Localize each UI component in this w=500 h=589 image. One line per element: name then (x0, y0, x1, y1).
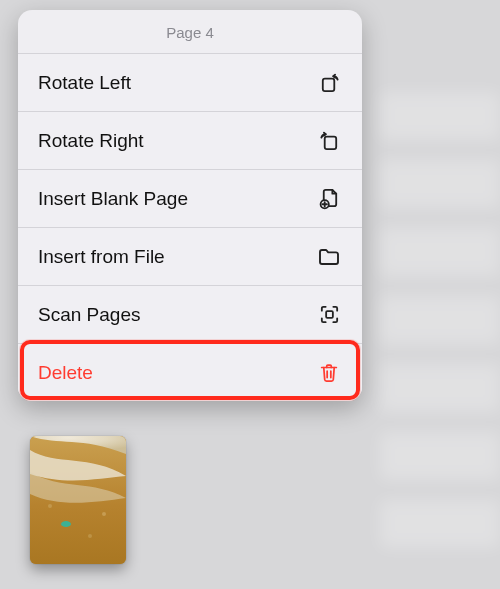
menu-item-insert-file[interactable]: Insert from File (18, 227, 362, 285)
scan-icon (316, 302, 342, 328)
trash-icon (316, 360, 342, 386)
menu-item-scan-pages[interactable]: Scan Pages (18, 285, 362, 343)
menu-item-label: Rotate Left (38, 72, 131, 94)
svg-rect-1 (324, 137, 336, 149)
menu-item-rotate-right[interactable]: Rotate Right (18, 111, 362, 169)
svg-point-7 (88, 534, 92, 538)
menu-title: Page 4 (18, 10, 362, 53)
svg-point-8 (102, 512, 106, 516)
menu-item-label: Insert Blank Page (38, 188, 188, 210)
rotate-left-icon (316, 70, 342, 96)
menu-item-rotate-left[interactable]: Rotate Left (18, 53, 362, 111)
svg-point-5 (61, 521, 71, 527)
page-thumbnail[interactable] (30, 436, 126, 564)
insert-page-icon (316, 186, 342, 212)
menu-item-label: Delete (38, 362, 93, 384)
rotate-right-icon (316, 128, 342, 154)
svg-rect-3 (326, 311, 333, 318)
svg-rect-0 (322, 79, 334, 91)
folder-icon (316, 244, 342, 270)
menu-item-insert-blank[interactable]: Insert Blank Page (18, 169, 362, 227)
menu-item-label: Scan Pages (38, 304, 140, 326)
svg-point-6 (48, 504, 52, 508)
menu-item-label: Insert from File (38, 246, 165, 268)
menu-item-label: Rotate Right (38, 130, 144, 152)
context-menu: Page 4 Rotate Left Rotate Right Insert B… (18, 10, 362, 401)
menu-item-delete[interactable]: Delete (18, 343, 362, 401)
